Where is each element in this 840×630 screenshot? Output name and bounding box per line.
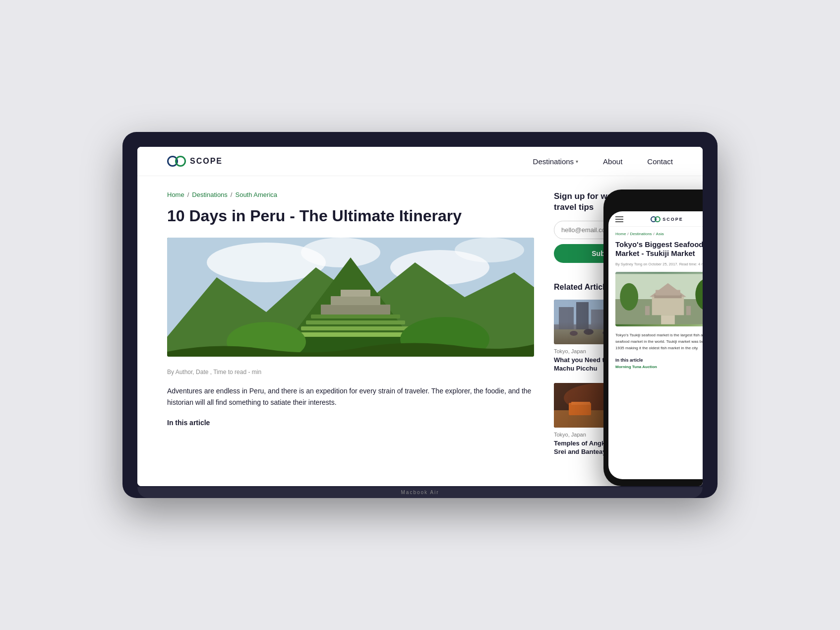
phone-breadcrumb: Home / Destinations / Asia: [615, 232, 703, 236]
phone-article-title: Tokyo's Biggest Seafood Market - Tsukiji…: [615, 240, 703, 258]
phone-article-meta: By Sydney Tong on October 25, 2017. Read…: [615, 262, 703, 267]
svg-rect-10: [301, 326, 410, 330]
website: SCOPE Destinations ▾ About Contact: [137, 147, 703, 486]
breadcrumb-region[interactable]: South America: [235, 191, 277, 198]
phone-logo-text: SCOPE: [662, 217, 683, 222]
phone-article-body: Tokyo's Tsukiji seafood market is the la…: [615, 332, 703, 351]
article-body: Adventures are endless in Peru, and ther…: [167, 385, 534, 409]
svg-point-2: [301, 238, 380, 267]
laptop-label: Macbook Air: [401, 490, 439, 495]
article-title: 10 Days in Peru - The Ultimate Itinerary: [167, 206, 534, 225]
svg-point-42: [620, 283, 638, 311]
svg-point-4: [455, 238, 524, 262]
breadcrumb: Home / Destinations / South America: [167, 191, 534, 198]
phone-hero-image: [615, 272, 703, 326]
article-toc-label: In this article: [167, 419, 534, 427]
phone-screen: SCOPE Home / Destinations /: [608, 211, 703, 479]
hamburger-icon[interactable]: [615, 216, 623, 222]
nav-contact-label: Contact: [647, 157, 673, 166]
hero-image: [167, 238, 534, 357]
article-meta: By Author, Date , Time to read - min: [167, 369, 534, 376]
phone-logo[interactable]: SCOPE: [651, 216, 683, 222]
svg-rect-49: [645, 306, 650, 315]
svg-rect-11: [296, 332, 415, 337]
nav-about[interactable]: About: [603, 157, 622, 166]
svg-point-25: [570, 331, 578, 336]
svg-rect-51: [661, 315, 675, 324]
breadcrumb-destinations[interactable]: Destinations: [192, 191, 228, 198]
logo-circle-green: [175, 156, 186, 167]
breadcrumb-sep-2: /: [231, 191, 233, 198]
svg-rect-34: [571, 402, 590, 405]
logo-icon: [167, 156, 186, 167]
site-nav: Destinations ▾ About Contact: [533, 157, 673, 166]
site-logo-text: SCOPE: [190, 157, 223, 166]
article-section: Home / Destinations / South America 10 D…: [167, 191, 534, 466]
phone-header: SCOPE: [608, 211, 703, 227]
site-header: SCOPE Destinations ▾ About Contact: [137, 147, 703, 176]
nav-contact[interactable]: Contact: [647, 157, 673, 166]
svg-rect-8: [311, 315, 400, 318]
phone-notch: [648, 196, 688, 207]
svg-rect-14: [341, 290, 370, 297]
phone-toc-link[interactable]: Morning Tuna Auction: [615, 365, 703, 369]
svg-rect-20: [576, 302, 589, 329]
svg-rect-12: [321, 305, 390, 315]
chevron-down-icon: ▾: [576, 159, 578, 164]
phone-frame-wrapper: SCOPE Home / Destinations /: [603, 189, 703, 486]
laptop-screen: SCOPE Destinations ▾ About Contact: [137, 147, 703, 486]
breadcrumb-home[interactable]: Home: [167, 191, 184, 198]
svg-point-26: [584, 329, 594, 335]
svg-rect-33: [569, 403, 591, 415]
phone-logo-circle-green: [655, 216, 660, 222]
svg-rect-9: [306, 320, 405, 324]
phone-logo-icon: [651, 216, 660, 222]
phone-breadcrumb-sep-2: /: [654, 232, 655, 236]
phone-content: Home / Destinations / Asia Tokyo's Bigge…: [608, 227, 703, 374]
breadcrumb-sep-1: /: [187, 191, 189, 198]
svg-rect-19: [559, 307, 574, 329]
svg-rect-45: [652, 297, 684, 315]
nav-destinations-label: Destinations: [533, 157, 574, 166]
phone-breadcrumb-destinations[interactable]: Destinations: [630, 232, 652, 236]
phone-toc-label: In this article: [615, 358, 703, 363]
svg-rect-13: [331, 296, 380, 305]
phone-breadcrumb-sep-1: /: [627, 232, 628, 236]
phone-breadcrumb-region[interactable]: Asia: [656, 232, 664, 236]
phone-hero-svg: [615, 272, 703, 326]
laptop-bottom-bar: Macbook Air: [137, 487, 703, 498]
logo-area[interactable]: SCOPE: [167, 156, 223, 167]
svg-rect-48: [656, 290, 680, 296]
laptop-frame: SCOPE Destinations ▾ About Contact: [122, 132, 718, 498]
svg-rect-50: [686, 306, 691, 315]
phone-breadcrumb-home[interactable]: Home: [615, 232, 626, 236]
phone-frame: SCOPE Home / Destinations /: [603, 189, 703, 486]
nav-destinations[interactable]: Destinations ▾: [533, 157, 579, 166]
nav-about-label: About: [603, 157, 622, 166]
hero-svg: [167, 238, 534, 357]
